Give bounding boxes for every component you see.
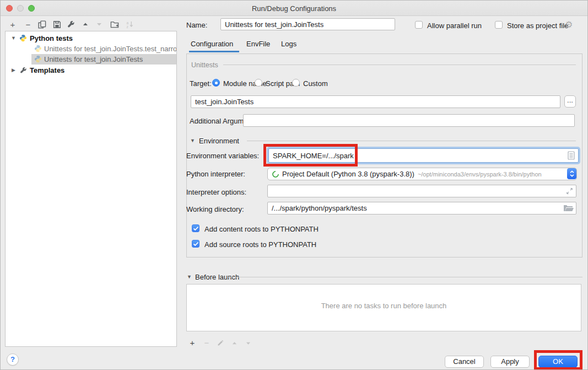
target-label: Target: bbox=[190, 79, 212, 88]
edit-templates-wrench-icon[interactable] bbox=[66, 19, 76, 29]
tree-item-templates[interactable]: ▶ Templates bbox=[6, 65, 176, 76]
tree-item-label: Unittests for test_join.JoinTests bbox=[44, 55, 143, 63]
expand-field-icon[interactable] bbox=[566, 187, 573, 196]
expand-arrow-icon[interactable]: ▶ bbox=[12, 67, 15, 73]
new-folder-icon[interactable] bbox=[110, 19, 120, 29]
window-title: Run/Debug Configurations bbox=[1, 4, 587, 13]
interpreter-path: ~/opt/miniconda3/envs/pyspark-3.8/bin/py… bbox=[418, 171, 542, 178]
store-as-project-file-checkbox[interactable] bbox=[495, 21, 503, 29]
no-tasks-message: There are no tasks to run before launch bbox=[187, 302, 581, 310]
save-icon[interactable] bbox=[52, 19, 62, 29]
collapse-arrow-icon[interactable]: ▼ bbox=[11, 35, 16, 41]
working-directory-label: Working directory: bbox=[186, 205, 244, 213]
allow-parallel-run-checkbox[interactable] bbox=[415, 21, 423, 29]
module-name-input[interactable] bbox=[191, 95, 560, 108]
store-as-project-file-label: Store as project file bbox=[507, 22, 568, 30]
add-content-roots-label: Add content roots to PYTHONPATH bbox=[204, 225, 319, 233]
task-up-icon[interactable] bbox=[229, 338, 239, 348]
dropdown-stepper-icon[interactable] bbox=[567, 168, 576, 179]
unittests-group-title: Unittests bbox=[191, 61, 218, 69]
additional-arguments-input[interactable] bbox=[243, 114, 575, 127]
python-icon bbox=[34, 55, 42, 65]
browse-button[interactable]: ... bbox=[564, 95, 576, 108]
cancel-button[interactable]: Cancel bbox=[445, 356, 484, 368]
svg-text:z: z bbox=[126, 24, 128, 28]
environment-separator bbox=[247, 141, 576, 141]
help-button[interactable]: ? bbox=[7, 353, 19, 366]
ok-button[interactable]: OK bbox=[538, 356, 578, 368]
tab-configuration[interactable]: Configuration bbox=[191, 40, 233, 48]
interpreter-value: Project Default (Python 3.8 (pyspark-3.8… bbox=[282, 170, 414, 178]
tab-logs[interactable]: Logs bbox=[281, 40, 296, 48]
svg-text:a: a bbox=[126, 20, 128, 24]
tree-item-unittest-narrow[interactable]: Unittests for test_join.JoinTests.test_n… bbox=[6, 44, 176, 54]
run-debug-configurations-dialog: Run/Debug Configurations + − az ▼ Python… bbox=[0, 0, 588, 370]
radio-custom-label: Custom bbox=[303, 79, 328, 88]
task-down-icon[interactable] bbox=[243, 338, 253, 348]
interpreter-options-input[interactable] bbox=[267, 185, 576, 197]
add-icon[interactable]: + bbox=[8, 19, 18, 29]
active-tab-underline bbox=[189, 51, 239, 52]
edit-task-pencil-icon[interactable] bbox=[215, 338, 225, 348]
radio-module-name[interactable] bbox=[212, 79, 220, 87]
gear-icon[interactable]: ⚙ bbox=[565, 19, 573, 30]
move-down-icon[interactable] bbox=[94, 19, 104, 29]
working-directory-input[interactable] bbox=[267, 202, 576, 215]
tree-item-unittest-jointests[interactable]: Unittests for test_join.JoinTests bbox=[6, 54, 176, 65]
name-input[interactable] bbox=[220, 18, 395, 30]
sort-icon[interactable]: az bbox=[125, 19, 134, 29]
tree-item-label: Python tests bbox=[30, 34, 73, 42]
tree-item-label: Unittests for test_join.JoinTests.test_n… bbox=[44, 45, 177, 53]
add-content-roots-checkbox[interactable] bbox=[192, 224, 199, 232]
add-source-roots-checkbox[interactable] bbox=[192, 240, 199, 248]
python-interpreter-select[interactable]: Project Default (Python 3.8 (pyspark-3.8… bbox=[267, 168, 577, 180]
tree-item-python-tests[interactable]: ▼ Python tests bbox=[6, 33, 176, 44]
before-launch-collapse-icon[interactable]: ▼ bbox=[187, 274, 192, 280]
conda-env-icon bbox=[271, 169, 280, 179]
move-up-icon[interactable] bbox=[80, 19, 90, 29]
allow-parallel-run-label: Allow parallel run bbox=[427, 22, 482, 30]
copy-icon[interactable] bbox=[37, 19, 47, 29]
remove-icon[interactable]: − bbox=[23, 19, 33, 29]
wrench-icon bbox=[20, 67, 27, 76]
add-task-icon[interactable]: + bbox=[187, 337, 197, 347]
radio-script-path[interactable] bbox=[255, 79, 262, 87]
browse-variables-icon[interactable] bbox=[568, 151, 575, 162]
before-launch-task-list[interactable]: There are no tasks to run before launch bbox=[186, 284, 581, 331]
title-bar: Run/Debug Configurations bbox=[1, 1, 587, 16]
environment-section-label: Environment bbox=[199, 137, 239, 145]
interpreter-options-label: Interpreter options: bbox=[186, 188, 246, 196]
python-icon bbox=[34, 45, 42, 54]
group-title-separator bbox=[223, 65, 576, 65]
remove-task-icon[interactable]: − bbox=[202, 337, 212, 347]
python-icon bbox=[19, 34, 27, 44]
environment-variables-label: Environment variables: bbox=[186, 152, 259, 160]
configurations-tree: ▼ Python tests Unittests for test_join.J… bbox=[5, 31, 177, 347]
add-source-roots-label: Add source roots to PYTHONPATH bbox=[204, 240, 316, 249]
environment-collapse-icon[interactable]: ▼ bbox=[190, 138, 195, 143]
folder-icon[interactable] bbox=[563, 204, 574, 214]
apply-button[interactable]: Apply bbox=[490, 356, 530, 368]
python-interpreter-label: Python interpreter: bbox=[186, 170, 245, 178]
tab-envfile[interactable]: EnvFile bbox=[246, 40, 270, 48]
before-launch-separator bbox=[228, 277, 582, 277]
environment-variables-input[interactable] bbox=[268, 148, 579, 163]
radio-custom[interactable] bbox=[292, 79, 300, 87]
name-label: Name: bbox=[186, 21, 207, 29]
tree-item-label: Templates bbox=[30, 66, 64, 74]
